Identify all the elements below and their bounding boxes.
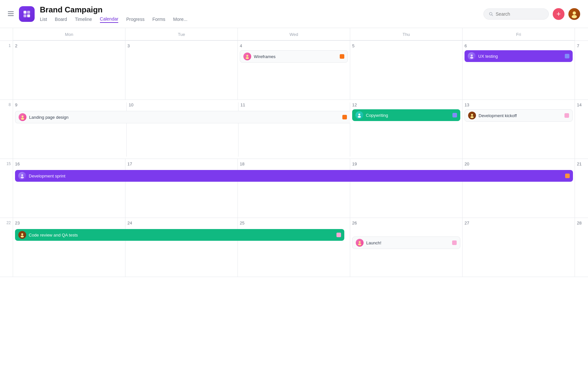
- day-cell-tue-3[interactable]: 3: [125, 41, 238, 100]
- day-cell-thu-12[interactable]: 12 Copywriting: [350, 100, 463, 159]
- day-number: 9: [15, 102, 126, 107]
- day-cell-wed-18[interactable]: 18: [238, 159, 350, 218]
- app-logo-icon: [19, 6, 35, 22]
- day-number: 5: [352, 43, 460, 48]
- tab-more[interactable]: More...: [173, 17, 188, 23]
- user-avatar[interactable]: [568, 8, 580, 20]
- svg-rect-3: [24, 11, 26, 14]
- event-avatar: [468, 112, 476, 119]
- tab-list[interactable]: List: [40, 17, 47, 23]
- svg-point-21: [21, 174, 23, 176]
- day-cell-mon-23[interactable]: 23: [13, 218, 125, 277]
- svg-rect-4: [27, 11, 30, 14]
- event-color-indicator: [452, 240, 457, 245]
- day-number: 11: [238, 102, 350, 107]
- day-cell-thu-26[interactable]: 26 Launch!: [350, 218, 463, 277]
- day-number: 10: [127, 102, 238, 107]
- day-number: 21: [577, 161, 586, 166]
- event-color-indicator: [336, 233, 341, 237]
- day-cell-fri-6[interactable]: 6 UX testing: [463, 41, 575, 100]
- tab-calendar[interactable]: Calendar: [100, 16, 119, 23]
- event-code-review-qa[interactable]: Code review and QA tests: [15, 229, 344, 241]
- tab-timeline[interactable]: Timeline: [75, 17, 92, 23]
- day-cell-mon-9-span[interactable]: 9 10 11 Landing page design: [13, 100, 350, 159]
- hamburger-menu-icon[interactable]: [8, 10, 14, 18]
- svg-point-15: [22, 115, 24, 117]
- day-cell-thu-5[interactable]: 5: [350, 41, 463, 100]
- event-label: Copywriting: [366, 113, 450, 118]
- day-number: 13: [465, 102, 573, 107]
- day-cell-mon-16[interactable]: 16: [13, 159, 125, 218]
- header-right-actions: +: [483, 8, 580, 20]
- event-development-sprint-container: Development sprint: [13, 170, 575, 183]
- app-header: Brand Campaign List Board Timeline Calen…: [0, 0, 588, 28]
- svg-point-10: [572, 15, 577, 18]
- day-cell-sat-28[interactable]: 28: [575, 218, 588, 277]
- day-number: 12: [352, 102, 460, 107]
- event-color-indicator: [342, 115, 347, 119]
- day-cell-mon-2[interactable]: 2: [13, 41, 125, 100]
- event-development-sprint[interactable]: Development sprint: [15, 170, 573, 182]
- day-number: 17: [127, 161, 236, 166]
- event-landing-page-design[interactable]: Landing page design: [15, 111, 350, 123]
- day-cell-tue-17[interactable]: 17: [125, 159, 238, 218]
- tab-progress[interactable]: Progress: [126, 17, 144, 23]
- day-cell-sat-7[interactable]: 7: [575, 41, 588, 100]
- day-header-fri: Fri: [463, 28, 575, 40]
- event-development-kickoff[interactable]: Development kickoff: [465, 109, 573, 122]
- event-copywriting[interactable]: Copywriting: [352, 109, 460, 121]
- day-cell-sat-21[interactable]: 21: [575, 159, 588, 218]
- nav-tabs: List Board Timeline Calendar Progress Fo…: [40, 16, 483, 23]
- day-number: 4: [240, 43, 348, 48]
- event-avatar: [356, 239, 364, 247]
- day-cell-fri-27[interactable]: 27: [463, 218, 575, 277]
- svg-point-19: [471, 114, 473, 116]
- event-launch[interactable]: Launch!: [352, 237, 460, 249]
- svg-point-25: [21, 233, 23, 235]
- tab-forms[interactable]: Forms: [152, 17, 165, 23]
- svg-rect-2: [8, 15, 14, 16]
- event-avatar: [18, 172, 26, 180]
- svg-point-17: [358, 114, 360, 115]
- day-number: 24: [127, 221, 236, 225]
- event-ux-testing[interactable]: UX testing: [465, 50, 573, 62]
- title-nav-area: Brand Campaign List Board Timeline Calen…: [40, 5, 483, 23]
- svg-point-14: [470, 57, 473, 59]
- tab-board[interactable]: Board: [55, 17, 67, 23]
- event-label: Launch!: [366, 240, 449, 245]
- week-num-15: 15: [0, 159, 13, 218]
- day-cell-thu-19[interactable]: 19: [350, 159, 463, 218]
- day-number: 25: [240, 221, 348, 225]
- svg-point-20: [470, 116, 474, 118]
- event-avatar: [468, 52, 476, 60]
- add-button[interactable]: +: [553, 8, 564, 20]
- svg-point-24: [358, 243, 361, 245]
- day-header-tue: Tue: [125, 28, 238, 40]
- search-icon: [489, 12, 493, 16]
- project-title: Brand Campaign: [40, 5, 483, 14]
- event-avatar: [355, 111, 363, 119]
- search-input[interactable]: [496, 11, 543, 17]
- event-label: Code review and QA tests: [29, 233, 334, 238]
- day-cell-fri-20[interactable]: 20: [463, 159, 575, 218]
- svg-point-22: [21, 177, 24, 178]
- event-label: UX testing: [478, 54, 562, 59]
- day-cell-wed-25[interactable]: 25: [238, 218, 350, 277]
- day-cell-fri-13[interactable]: 13 Development kickoff: [463, 100, 575, 159]
- week-num-22: 22: [0, 218, 13, 277]
- search-bar[interactable]: [483, 8, 549, 20]
- day-header-wed: Wed: [238, 28, 350, 40]
- day-number: 16: [15, 161, 123, 166]
- day-cell-wed-4[interactable]: 4 Wireframes: [238, 41, 350, 100]
- day-number: 2: [15, 43, 123, 48]
- week-row-4: 22 23 24 25 26 Launch! 27 28 Code review…: [0, 218, 588, 277]
- day-cell-tue-24[interactable]: 24: [125, 218, 238, 277]
- svg-point-11: [246, 55, 248, 57]
- day-number: 23: [15, 221, 123, 225]
- svg-point-9: [573, 11, 576, 15]
- day-cell-sat-14[interactable]: 14: [575, 100, 588, 159]
- day-number: 3: [127, 43, 236, 48]
- event-wireframes[interactable]: Wireframes: [240, 50, 348, 63]
- svg-point-13: [471, 54, 473, 56]
- svg-rect-5: [24, 14, 26, 17]
